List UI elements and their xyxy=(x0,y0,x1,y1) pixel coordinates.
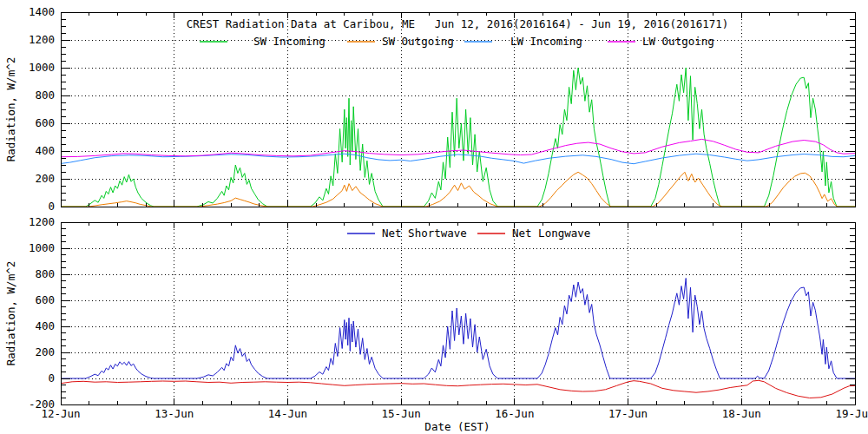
x-tick-label: 15-Jun xyxy=(382,407,421,420)
plot-top: 0200400600800100012001400Radiation, W/m^… xyxy=(4,5,855,213)
y-tick-label: 0 xyxy=(48,200,55,213)
y-tick-label: 1000 xyxy=(29,61,55,74)
y-tick-label: 1200 xyxy=(29,33,55,46)
x-tick-label: 13-Jun xyxy=(155,407,194,420)
legend-label-lw-incoming: LW Incoming xyxy=(510,35,582,48)
y-tick-label: 200 xyxy=(35,345,55,358)
radiation-chart-svg: 0200400600800100012001400Radiation, W/m^… xyxy=(0,0,868,434)
chart-title: CREST Radiation Data at Caribou, ME Jun … xyxy=(187,17,729,30)
series-line-lw-incoming xyxy=(61,154,855,164)
y-axis-title: Radiation, W/m^2 xyxy=(4,57,17,161)
y-tick-label: 800 xyxy=(35,89,55,102)
legend-label-net-shortwave: Net Shortwave xyxy=(382,227,467,240)
x-tick-label: 19-Jun xyxy=(835,407,868,420)
plot-frame-bottom xyxy=(61,222,855,404)
x-tick-label: 18-Jun xyxy=(722,407,761,420)
plot-frame-top xyxy=(61,12,855,207)
legend-label-net-longwave: Net Longwave xyxy=(512,227,590,240)
y-tick-label: 600 xyxy=(35,293,55,306)
series-line-net-longwave xyxy=(61,380,855,398)
x-tick-label: 16-Jun xyxy=(495,407,534,420)
y-tick-label: 600 xyxy=(35,116,55,129)
legend-label-sw-outgoing: SW Outgoing xyxy=(382,35,454,48)
x-axis-title: Date (EST) xyxy=(424,420,490,433)
legend-label-lw-outgoing: LW Outgoing xyxy=(642,35,714,48)
y-tick-label: 800 xyxy=(35,267,55,280)
series-line-net-shortwave xyxy=(61,279,855,379)
x-tick-label: 17-Jun xyxy=(608,407,648,420)
series-line-sw-incoming xyxy=(61,68,855,207)
x-tick-label: 14-Jun xyxy=(268,407,307,420)
series-line-sw-outgoing xyxy=(61,172,855,207)
plot-bottom: -200020040060080010001200Radiation, W/m^… xyxy=(4,215,868,433)
y-tick-label: 200 xyxy=(35,172,55,185)
series-group-top xyxy=(61,68,855,207)
series-group-bottom xyxy=(61,279,855,398)
y-tick-label: 400 xyxy=(35,319,55,332)
y-axis-title: Radiation, W/m^2 xyxy=(4,261,17,365)
y-tick-label: 1200 xyxy=(29,215,55,228)
y-tick-label: 1000 xyxy=(29,241,55,254)
x-tick-label: 12-Jun xyxy=(41,407,80,420)
y-tick-label: 1400 xyxy=(29,5,55,18)
legend-label-sw-incoming: SW Incoming xyxy=(253,35,326,48)
y-tick-label: 400 xyxy=(35,144,55,157)
radiation-figure: 0200400600800100012001400Radiation, W/m^… xyxy=(0,0,868,434)
y-tick-label: 0 xyxy=(48,372,55,385)
